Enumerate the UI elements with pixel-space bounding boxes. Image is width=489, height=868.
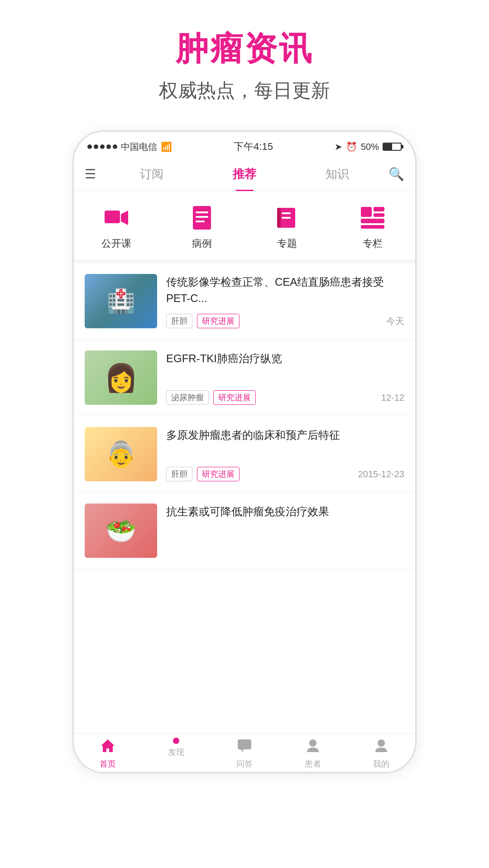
battery-bar — [383, 143, 402, 151]
article-thumb-4 — [85, 504, 157, 558]
time-label: 下午4:15 — [234, 140, 273, 153]
tab-subscribe[interactable]: 订阅 — [105, 157, 198, 191]
article-thumb-2 — [85, 350, 157, 405]
wifi-icon: 📶 — [161, 141, 172, 152]
article-title-4: 抗生素或可降低肿瘤免疫治疗效果 — [166, 504, 404, 520]
mine-icon — [374, 739, 389, 757]
signal-dots — [87, 144, 117, 149]
tag-2-1: 研究进展 — [213, 390, 256, 405]
page-title: 肿瘤资讯 — [159, 27, 330, 71]
tag-1-1: 研究进展 — [197, 314, 240, 328]
svg-marker-15 — [101, 739, 115, 752]
tag-3-0: 肝胆 — [166, 467, 192, 481]
bottom-nav-qa[interactable]: 问答 — [211, 739, 279, 769]
article-title-1: 传统影像学检查正常、CEA结直肠癌患者接受PET-C... — [166, 274, 404, 307]
article-title-3: 多原发肿瘤患者的临床和预产后特征 — [166, 427, 404, 443]
article-thumb-1 — [85, 274, 157, 328]
tag-3-1: 研究进展 — [197, 467, 240, 481]
article-meta-1: 肝胆 研究进展 今天 — [166, 314, 404, 328]
categories: 公开课 病例 — [74, 191, 415, 263]
article-content-3: 多原发肿瘤患者的临床和预产后特征 肝胆 研究进展 2015-12-23 — [166, 427, 404, 481]
svg-rect-5 — [196, 221, 205, 222]
topic-icon — [271, 204, 303, 231]
bottom-nav-mine[interactable]: 我的 — [347, 739, 415, 769]
svg-marker-1 — [121, 211, 128, 225]
tab-recommend[interactable]: 推荐 — [198, 157, 291, 191]
article-meta-2: 泌尿肿瘤 研究进展 12-12 — [166, 390, 404, 405]
bottom-nav-patient[interactable]: 患者 — [278, 739, 347, 769]
svg-rect-10 — [361, 207, 372, 217]
discover-dot — [173, 738, 179, 744]
cat-case[interactable]: 病例 — [159, 204, 245, 250]
patient-label: 患者 — [305, 758, 321, 769]
bottom-nav: 首页 发现 问答 患者 — [74, 734, 415, 772]
svg-rect-3 — [196, 211, 208, 213]
page-subtitle: 权威热点，每日更新 — [159, 78, 330, 103]
svg-point-19 — [378, 739, 385, 747]
tag-2-0: 泌尿肿瘤 — [166, 390, 209, 405]
menu-icon[interactable]: ☰ — [85, 167, 96, 182]
tag-1-0: 肝胆 — [166, 314, 192, 328]
article-meta-3: 肝胆 研究进展 2015-12-23 — [166, 467, 404, 481]
article-item[interactable]: 传统影像学检查正常、CEA结直肠癌患者接受PET-C... 肝胆 研究进展 今天 — [74, 263, 415, 340]
discover-label: 发现 — [168, 747, 184, 758]
column-label: 专栏 — [363, 237, 383, 250]
svg-rect-9 — [282, 217, 291, 219]
qa-icon — [237, 739, 252, 757]
patient-icon — [305, 739, 321, 757]
svg-rect-0 — [105, 211, 120, 223]
search-icon[interactable]: 🔍 — [388, 167, 404, 182]
case-icon — [186, 204, 218, 231]
svg-rect-7 — [277, 208, 281, 228]
column-icon — [357, 204, 388, 231]
svg-rect-11 — [374, 207, 384, 211]
battery-fill — [384, 144, 392, 150]
article-content-1: 传统影像学检查正常、CEA结直肠癌患者接受PET-C... 肝胆 研究进展 今天 — [166, 274, 404, 328]
bottom-nav-home[interactable]: 首页 — [74, 739, 142, 769]
svg-rect-13 — [361, 219, 384, 223]
discover-icon — [173, 739, 179, 745]
cat-topic[interactable]: 专题 — [244, 204, 330, 250]
battery-percent: 50% — [361, 142, 379, 152]
mine-label: 我的 — [373, 758, 389, 769]
svg-rect-12 — [374, 213, 384, 217]
home-icon — [100, 739, 115, 757]
article-date-2: 12-12 — [381, 393, 404, 403]
article-list: 传统影像学检查正常、CEA结直肠癌患者接受PET-C... 肝胆 研究进展 今天… — [74, 263, 415, 734]
svg-rect-14 — [361, 225, 384, 229]
article-content-2: EGFR-TKI肺癌治疗纵览 泌尿肿瘤 研究进展 12-12 — [166, 350, 404, 405]
home-label: 首页 — [100, 758, 116, 769]
svg-point-18 — [309, 739, 316, 747]
case-label: 病例 — [192, 237, 212, 250]
svg-rect-16 — [238, 739, 251, 749]
article-item[interactable]: 多原发肿瘤患者的临床和预产后特征 肝胆 研究进展 2015-12-23 — [74, 416, 415, 493]
phone-frame: 中国电信 📶 下午4:15 ➤ ⏰ 50% ☰ 订阅 推荐 知识 🔍 — [72, 130, 417, 773]
cat-column[interactable]: 专栏 — [330, 204, 416, 250]
topic-label: 专题 — [277, 237, 297, 250]
bottom-nav-discover[interactable]: 发现 — [142, 739, 211, 769]
page-header: 肿瘤资讯 权威热点，每日更新 — [159, 0, 330, 117]
qa-label: 问答 — [236, 758, 253, 769]
article-date-1: 今天 — [386, 315, 404, 327]
article-item[interactable]: 抗生素或可降低肿瘤免疫治疗效果 — [74, 493, 415, 569]
open-course-label: 公开课 — [101, 237, 131, 250]
clock-icon: ⏰ — [346, 141, 357, 152]
article-item[interactable]: EGFR-TKI肺癌治疗纵览 泌尿肿瘤 研究进展 12-12 — [74, 340, 415, 416]
location-icon: ➤ — [335, 141, 342, 152]
article-date-3: 2015-12-23 — [358, 469, 404, 480]
tab-knowledge[interactable]: 知识 — [291, 157, 384, 191]
nav-tabs: ☰ 订阅 推荐 知识 🔍 — [74, 158, 415, 191]
carrier-label: 中国电信 — [121, 141, 157, 153]
svg-rect-4 — [196, 216, 208, 218]
status-right: ➤ ⏰ 50% — [335, 141, 402, 152]
svg-marker-17 — [240, 749, 243, 752]
svg-rect-8 — [282, 212, 291, 214]
article-title-2: EGFR-TKI肺癌治疗纵览 — [166, 350, 404, 367]
status-bar: 中国电信 📶 下午4:15 ➤ ⏰ 50% — [74, 132, 415, 158]
cat-open-course[interactable]: 公开课 — [74, 204, 159, 250]
open-course-icon — [101, 204, 132, 231]
status-left: 中国电信 📶 — [87, 141, 172, 153]
article-thumb-3 — [85, 427, 157, 481]
article-content-4: 抗生素或可降低肿瘤免疫治疗效果 — [166, 504, 404, 558]
